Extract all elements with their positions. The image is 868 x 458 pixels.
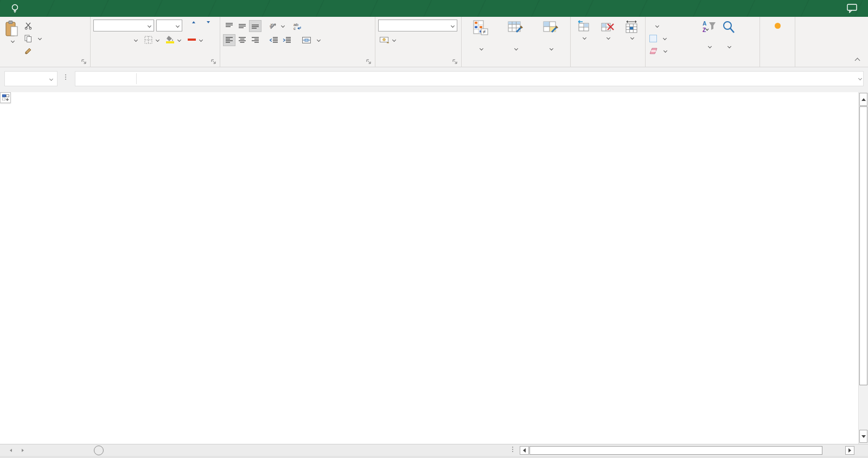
group-font xyxy=(91,17,220,67)
align-bottom-button[interactable] xyxy=(249,20,261,32)
name-box[interactable] xyxy=(4,71,58,86)
scroll-right-button[interactable] xyxy=(845,446,854,455)
delete-cells-button[interactable] xyxy=(598,18,617,41)
insert-cells-icon xyxy=(577,20,591,34)
copy-icon xyxy=(24,35,32,42)
copy-button[interactable] xyxy=(22,32,43,44)
scroll-left-button[interactable] xyxy=(520,446,529,455)
formula-bar-grip[interactable] xyxy=(65,74,66,80)
group-editing: AZ xyxy=(646,17,760,67)
fill-color-button[interactable] xyxy=(164,34,176,46)
paste-dropdown-icon[interactable] xyxy=(10,39,14,43)
autofill-options-button[interactable] xyxy=(0,92,11,103)
merge-center-dropdown-icon[interactable] xyxy=(317,38,321,42)
font-name-combo[interactable] xyxy=(93,20,154,31)
font-name-dropdown-icon xyxy=(148,23,151,27)
insert-dropdown-icon xyxy=(583,36,586,40)
grow-font-button[interactable] xyxy=(184,20,197,31)
clipboard-dialog-launcher[interactable] xyxy=(81,59,87,65)
borders-icon xyxy=(144,36,152,44)
scissors-icon xyxy=(24,22,32,30)
accounting-dropdown-icon[interactable] xyxy=(392,37,396,41)
prev-sheet-icon[interactable] xyxy=(10,449,12,452)
horizontal-scroll-thumb[interactable] xyxy=(529,446,822,455)
number-dialog-launcher[interactable] xyxy=(452,59,458,65)
ribbon-empty-area xyxy=(795,17,868,67)
fill-button[interactable] xyxy=(647,32,699,44)
autosum-button[interactable] xyxy=(647,20,699,32)
borders-button[interactable] xyxy=(142,34,155,46)
increase-indent-button[interactable] xyxy=(280,34,293,46)
svg-text:ab: ab xyxy=(270,22,275,29)
wrap-text-button[interactable]: abc xyxy=(291,20,307,32)
italic-button[interactable] xyxy=(107,34,120,46)
eraser-icon xyxy=(649,48,658,54)
comma-button[interactable] xyxy=(410,34,423,46)
autosum-dropdown-icon[interactable] xyxy=(655,24,659,28)
align-right-button[interactable] xyxy=(249,34,261,46)
tell-me[interactable] xyxy=(11,0,24,17)
font-size-combo[interactable] xyxy=(156,20,182,31)
clear-dropdown-icon[interactable] xyxy=(663,49,667,53)
find-select-button[interactable] xyxy=(719,18,738,51)
sheet-tab-bar xyxy=(0,444,868,456)
collapse-ribbon-icon[interactable] xyxy=(855,58,860,63)
orientation-dropdown-icon[interactable] xyxy=(281,24,285,28)
insert-cells-button[interactable] xyxy=(575,18,594,41)
formula-command-bar xyxy=(75,71,864,86)
cut-button[interactable] xyxy=(22,20,43,32)
cell-styles-icon xyxy=(543,20,559,36)
alignment-dialog-launcher[interactable] xyxy=(366,59,372,65)
conditional-formatting-label xyxy=(479,37,483,52)
underline-dropdown-icon[interactable] xyxy=(134,37,138,41)
font-color-dropdown-icon[interactable] xyxy=(199,37,203,41)
fill-dropdown-icon[interactable] xyxy=(663,36,667,40)
sort-filter-button[interactable]: AZ xyxy=(699,18,719,51)
new-sheet-button[interactable] xyxy=(94,446,104,455)
fill-color-dropdown-icon[interactable] xyxy=(177,37,181,41)
scroll-up-button[interactable] xyxy=(859,93,867,106)
cell-styles-button[interactable] xyxy=(540,18,562,53)
conditional-formatting-button[interactable]: ≠ xyxy=(470,18,492,53)
decrease-indent-button[interactable] xyxy=(267,34,280,46)
format-cells-button[interactable] xyxy=(622,18,641,41)
number-format-combo[interactable] xyxy=(378,20,457,31)
ribbon-home: ab abc xyxy=(0,17,868,67)
formula-divider xyxy=(136,73,137,84)
comment-icon[interactable] xyxy=(847,4,857,13)
group-addins xyxy=(760,17,795,67)
align-middle-button[interactable] xyxy=(236,20,248,32)
lightbulb-icon xyxy=(11,4,19,14)
addins-button[interactable] xyxy=(772,18,783,36)
next-sheet-icon[interactable] xyxy=(22,449,24,452)
clear-button[interactable] xyxy=(647,44,699,57)
orientation-button[interactable]: ab xyxy=(267,20,280,32)
hscroll-grip[interactable] xyxy=(512,447,513,452)
wrap-text-icon: abc xyxy=(293,22,302,30)
merge-center-button[interactable] xyxy=(300,34,322,46)
format-as-table-button[interactable] xyxy=(505,18,527,53)
scroll-down-button[interactable] xyxy=(859,430,867,443)
percent-button[interactable] xyxy=(397,34,409,46)
accounting-format-button[interactable] xyxy=(378,34,391,46)
align-left-button[interactable] xyxy=(223,34,235,46)
format-cells-icon xyxy=(624,20,639,34)
format-painter-button[interactable] xyxy=(22,44,43,57)
font-dialog-launcher[interactable] xyxy=(211,59,216,65)
font-color-button[interactable] xyxy=(186,34,198,46)
increase-decimal-button[interactable] xyxy=(427,34,441,46)
borders-dropdown-icon[interactable] xyxy=(156,37,159,41)
shrink-font-button[interactable] xyxy=(199,20,212,31)
vertical-scroll-thumb[interactable] xyxy=(859,106,867,385)
decrease-decimal-button[interactable] xyxy=(442,34,456,46)
vertical-scrollbar[interactable] xyxy=(858,92,868,444)
bold-button[interactable] xyxy=(94,34,107,46)
align-center-button[interactable] xyxy=(236,34,248,46)
paste-button[interactable] xyxy=(2,18,22,44)
underline-button[interactable] xyxy=(120,34,133,46)
copy-dropdown-icon[interactable] xyxy=(38,36,42,40)
align-top-button[interactable] xyxy=(223,20,235,32)
title-bar xyxy=(0,0,868,17)
autofill-options-icon xyxy=(2,94,9,101)
format-as-table-label xyxy=(514,37,518,52)
